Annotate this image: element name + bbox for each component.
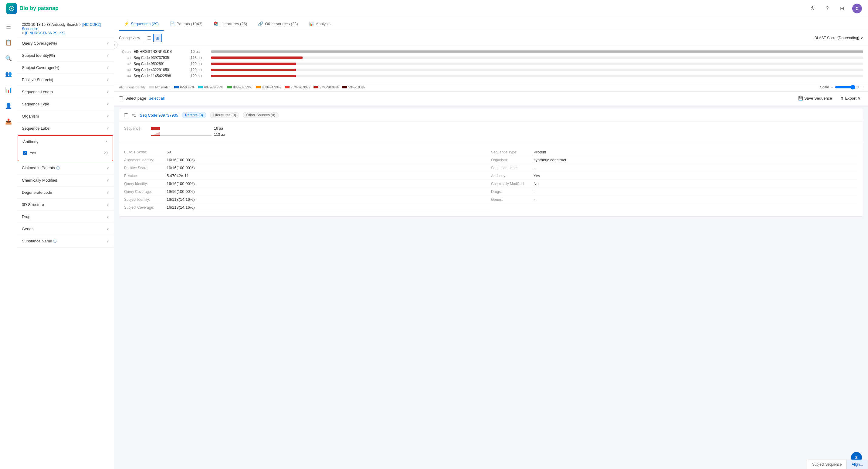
filter-chemically-modified-label: Chemically Modified — [22, 178, 57, 182]
result1-num: #1 — [132, 113, 136, 118]
help-icon[interactable]: ? — [823, 4, 832, 13]
filter-claimed-in-patents-header[interactable]: Claimed in Patents ⓘ ∨ — [17, 162, 114, 174]
bottom-tab-subject-sequence[interactable]: Subject Sequence — [807, 460, 847, 469]
tab-sequences[interactable]: ⚡ Sequences (29) — [119, 17, 163, 31]
sidebar-icon-upload[interactable]: 📤 — [4, 117, 13, 126]
filter-sequence-label-label: Sequence Label — [22, 126, 51, 130]
chevron-up-icon: ∧ — [105, 140, 108, 144]
result1-patents-tag[interactable]: Patents (3) — [182, 112, 206, 118]
avatar[interactable]: C — [852, 4, 862, 13]
tab-patents[interactable]: 📄 Patents (1043) — [165, 17, 207, 31]
filter-subject-identity-header[interactable]: Subject Identity(%) ∨ — [17, 50, 114, 61]
filter-sequence-label-header[interactable]: Sequence Label ∨ — [17, 122, 114, 134]
bottom-tab-subject-sequence-label: Subject Sequence — [812, 462, 842, 467]
sidebar-icon-menu[interactable]: ☰ — [4, 22, 13, 32]
sequences-icon: ⚡ — [124, 21, 129, 26]
scale-label: Scale — [820, 85, 829, 89]
tab-sequences-label: Sequences (29) — [131, 22, 159, 26]
view-list-button[interactable]: ☰ — [145, 34, 153, 42]
result3-aa: 120 aa — [191, 68, 209, 72]
filter-3d-structure: 3D Structure ∨ — [17, 199, 114, 211]
filter-positive-score-header[interactable]: Positive Score(%) ∨ — [17, 74, 114, 86]
legend-80-89-color — [227, 86, 232, 88]
result1-checkbox[interactable] — [124, 113, 128, 117]
detail-blast-score: BLAST Score: 59 — [124, 148, 491, 156]
legend-95-96-color — [285, 86, 289, 88]
filter-subject-identity: Subject Identity(%) ∨ — [17, 50, 114, 62]
result1-literatures-tag[interactable]: Literatures (0) — [210, 112, 240, 118]
tab-literatures[interactable]: 📚 Literatures (26) — [209, 17, 252, 31]
filter-drug-header[interactable]: Drug ∨ — [17, 211, 114, 223]
result1-seq-code-link[interactable]: Seq Code 939737935 — [140, 113, 178, 118]
legend-not-match-color — [149, 86, 154, 88]
result3-num: #3 — [119, 68, 131, 72]
filter-subject-coverage-header[interactable]: Subject Coverage(%) ∨ — [17, 62, 114, 74]
filter-sequence-type-header[interactable]: Sequence Type ∨ — [17, 98, 114, 110]
grid-icon[interactable]: ⊞ — [838, 4, 846, 13]
legend-60-79-color — [198, 86, 203, 88]
detail-query-coverage: Query Coverage: 16/16(100.00%) — [124, 188, 491, 196]
seq-bar-bot-container — [151, 132, 212, 137]
filter-genes-header[interactable]: Genes ∨ — [17, 223, 114, 235]
legend-99-100: 99%-100% — [342, 85, 365, 89]
filter-query-coverage-header[interactable]: Query Coverage(%) ∨ — [17, 37, 114, 49]
antibody-yes-checkbox[interactable] — [23, 151, 27, 155]
export-icon: ⬆ — [840, 96, 844, 100]
scale-slider[interactable] — [835, 85, 859, 90]
filter-query-coverage-label: Query Coverage(%) — [22, 41, 57, 46]
chevron-down-icon: ∨ — [106, 190, 109, 195]
chevron-down-icon: ∨ — [106, 239, 109, 243]
filter-antibody-header[interactable]: Antibody ∧ — [18, 136, 113, 148]
filter-subject-coverage-label: Subject Coverage(%) — [22, 65, 60, 70]
result1-seq-viz: Sequence: 16 aa — [119, 121, 863, 143]
align-query-row: Query EINHRGSTNSNPSLKS 16 aa — [119, 49, 863, 55]
chevron-down-icon: ∨ — [106, 178, 109, 182]
filter-genes-label: Genes — [22, 227, 33, 231]
result4-bar — [211, 75, 863, 77]
scale-minus[interactable]: − — [831, 85, 833, 89]
result1-aa: 113 aa — [191, 56, 209, 60]
filter-degenerate-code-header[interactable]: Degenerate code ∨ — [17, 186, 114, 198]
seq-top-aa: 16 aa — [214, 126, 223, 130]
query-coverage-key: Query Coverage: — [124, 189, 166, 194]
export-button[interactable]: ⬆ Export ∨ — [838, 95, 863, 102]
bottom-tab-align[interactable]: Align... — [847, 460, 868, 469]
filter-organism-header[interactable]: Organism ∨ — [17, 110, 114, 122]
filter-sequence-length-header[interactable]: Sequence Length ∨ — [17, 86, 114, 98]
save-sequence-button[interactable]: 💾 Save Sequence — [796, 95, 835, 102]
tab-analysis[interactable]: 📊 Analysis — [304, 17, 335, 31]
scale-plus[interactable]: + — [861, 85, 863, 89]
filter-chemically-modified-header[interactable]: Chemically Modified ∨ — [17, 174, 114, 186]
chevron-down-icon: ∨ — [106, 126, 109, 130]
select-page-checkbox[interactable] — [119, 96, 123, 100]
legend-99-100-label: 99%-100% — [348, 85, 365, 89]
filter-substance-name-header[interactable]: Substance Name ⓘ ∨ — [17, 235, 114, 247]
filter-positive-score: Positive Score(%) ∨ — [17, 74, 114, 86]
filter-degenerate-code-label: Degenerate code — [22, 190, 52, 195]
sidebar-icon-clipboard[interactable]: 📋 — [4, 38, 13, 48]
chevron-down-icon: ∨ — [106, 102, 109, 106]
legend-99-100-color — [342, 86, 347, 88]
view-card-button[interactable]: ⊞ — [153, 34, 162, 42]
filter-3d-structure-header[interactable]: 3D Structure ∨ — [17, 199, 114, 210]
sidebar-icon-users[interactable]: 👥 — [4, 69, 13, 79]
legend-not-match: Not match — [149, 85, 170, 89]
subject-identity-key: Subject Identity: — [124, 198, 166, 202]
filter-antibody: Antibody ∧ Yes 29 — [18, 135, 113, 161]
sidebar-icon-chart[interactable]: 📊 — [4, 85, 13, 95]
result2-bar-fill — [211, 63, 296, 65]
legend-90-94: 90%-94.99% — [256, 85, 281, 89]
filter-drug-label: Drug — [22, 214, 30, 219]
sidebar-icon-user[interactable]: 👤 — [4, 101, 13, 111]
filter-antibody-label: Antibody — [23, 140, 38, 144]
query-bar-fill — [211, 51, 863, 53]
result1-other-sources-tag[interactable]: Other Sources (0) — [243, 112, 278, 118]
sidebar-icon-search[interactable]: 🔍 — [4, 54, 13, 63]
history-icon[interactable]: ⏱ — [808, 4, 817, 13]
tab-other-sources[interactable]: 🔗 Other sources (23) — [253, 17, 303, 31]
legend-not-match-label: Not match — [155, 85, 170, 89]
select-all-link[interactable]: Select all — [149, 96, 165, 100]
sort-select[interactable]: BLAST Score (Descending) ∨ — [814, 36, 863, 40]
chevron-down-icon: ∨ — [106, 227, 109, 231]
alignment-identity-val: 16/16(100.00%) — [166, 158, 195, 162]
